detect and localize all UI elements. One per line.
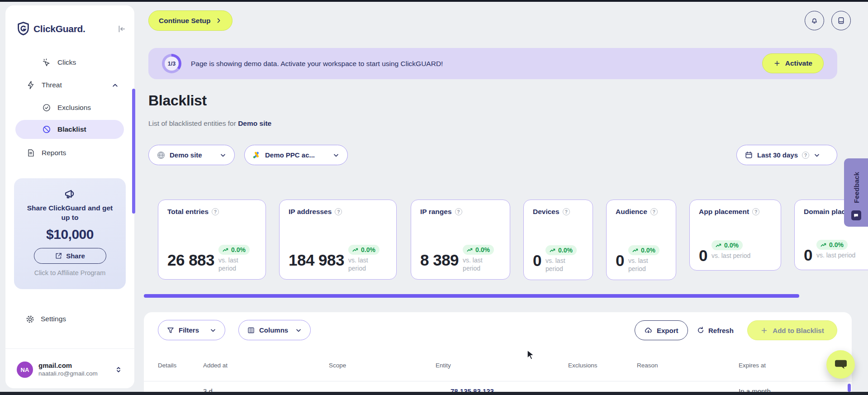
feedback-icon [851,210,861,220]
delta-badge: 0.0% [463,245,494,255]
vs-last-period: vs. last period [218,257,244,272]
stat-value: 8 389 [420,252,459,268]
blacklist-table-card: Filters Columns Export Refresh Add to Bl… [144,312,852,395]
help-icon[interactable] [752,208,759,215]
column-header-expires-at[interactable]: Expires at [739,362,766,369]
columns-icon [247,326,255,334]
stat-card-devices: Devices 0 0.0% vs. last period [523,200,593,280]
brand-header: ClickGuard. [17,22,127,36]
account-name: gmail.com [38,362,98,370]
docs-button[interactable] [831,11,851,30]
date-range-selector[interactable]: Last 30 days [736,145,837,165]
book-icon [837,16,845,25]
chat-bubble-icon [834,359,848,371]
sidebar-item-blacklist[interactable]: Blacklist [15,120,124,139]
chevron-up-down-icon[interactable] [114,366,123,374]
affiliate-promo-card[interactable]: Share ClickGuard and get up to $10,000 S… [14,178,126,289]
vs-last-period: vs. last period [628,257,654,273]
chevron-down-icon [219,152,227,159]
sidebar-item-clicks[interactable]: Clicks [5,53,134,72]
column-header-entity[interactable]: Entity [436,362,451,369]
stat-value: 0 [699,247,707,263]
sidebar-item-threat[interactable]: Threat [5,76,134,95]
column-header-scope[interactable]: Scope [329,362,346,369]
vs-last-period: vs. last period [711,252,750,260]
sidebar-item-label: Exclusions [57,104,91,112]
continue-setup-label: Continue Setup [159,17,211,25]
chevron-up-icon[interactable] [111,81,119,89]
chevron-down-icon [295,327,302,334]
sidebar-item-settings[interactable]: Settings [5,309,134,328]
page-subtitle-text: List of blacklisted entities for [148,119,238,127]
export-button[interactable]: Export [635,320,688,340]
collapse-sidebar-icon[interactable] [115,23,127,35]
promo-amount: $10,000 [14,227,126,242]
refresh-button[interactable]: Refresh [697,320,734,340]
megaphone-icon [63,187,77,201]
column-header-exclusions[interactable]: Exclusions [568,362,598,369]
add-to-blacklist-button[interactable]: Add to Blacklist [747,320,837,340]
stat-value: 0 [804,247,812,263]
columns-dropdown[interactable]: Columns [238,320,311,340]
export-label: Export [657,327,678,334]
chevron-right-icon [215,17,222,24]
help-icon[interactable] [650,208,658,215]
column-header-details[interactable]: Details [158,362,176,369]
lightning-icon [26,80,36,90]
delta-badge: 0.0% [816,240,848,250]
help-icon[interactable] [455,208,462,215]
columns-label: Columns [259,326,288,334]
divider [5,348,134,349]
page-subtitle-entity: Demo site [238,119,271,127]
avatar: NA [17,362,33,378]
clickguard-logo-icon [17,22,29,36]
sidebar-item-label: Blacklist [57,125,86,133]
activate-label: Activate [785,59,812,67]
globe-icon [157,151,166,160]
continue-setup-button[interactable]: Continue Setup [148,10,232,31]
promo-heading: Share ClickGuard and get up to [25,204,115,223]
chevron-down-icon [332,152,340,159]
activate-button[interactable]: Activate [762,53,824,73]
blocked-icon [42,124,52,134]
column-header-added-at[interactable]: Added at [203,362,228,369]
help-icon[interactable] [335,208,342,215]
notifications-button[interactable] [805,11,824,30]
sidebar-scrollbar[interactable] [132,89,135,214]
stat-label: Devices [533,208,560,216]
share-button[interactable]: Share [34,248,106,264]
chat-launcher-button[interactable] [826,350,855,379]
horizontal-scrollbar[interactable] [144,294,799,298]
vs-last-period: vs. last period [816,252,855,260]
help-icon[interactable] [212,208,219,215]
help-icon[interactable] [563,208,570,215]
refresh-label: Refresh [708,327,734,334]
speech-bubble-icon [853,213,859,219]
ppc-account-selector[interactable]: Demo PPC ac... [244,145,348,165]
stat-value: 184 983 [289,252,344,268]
stat-label: IP addresses [289,208,332,216]
setup-progress-ring: 1/3 [162,54,181,73]
stat-label: Total entries [167,208,209,216]
sidebar-item-exclusions[interactable]: Exclusions [5,98,134,117]
cursor-click-icon [42,57,52,67]
column-header-reason[interactable]: Reason [637,362,658,369]
trend-up-icon [632,248,639,253]
plus-icon [773,60,781,67]
chevron-down-icon [209,327,217,334]
sidebar-item-label: Threat [42,81,62,89]
filters-dropdown[interactable]: Filters [158,320,225,340]
site-selector[interactable]: Demo site [148,145,235,165]
demo-data-banner: 1/3 Page is showing demo data. Activate … [148,48,837,79]
filters-label: Filters [179,326,199,334]
account-switcher[interactable]: NA gmail.com naatali.ro@gmail.com [5,356,134,383]
vertical-scrollbar[interactable] [848,384,851,392]
sidebar-item-reports[interactable]: Reports [5,143,134,162]
feedback-tab[interactable]: Feedback [844,158,868,227]
brand-name: ClickGuard. [33,24,85,34]
google-ads-icon [252,151,261,159]
stat-card-audience: Audience 0 0.0% vs. last period [606,200,676,280]
add-to-blacklist-label: Add to Blacklist [773,327,824,334]
stat-label: App placement [699,208,749,216]
stat-value: 26 883 [167,252,214,268]
